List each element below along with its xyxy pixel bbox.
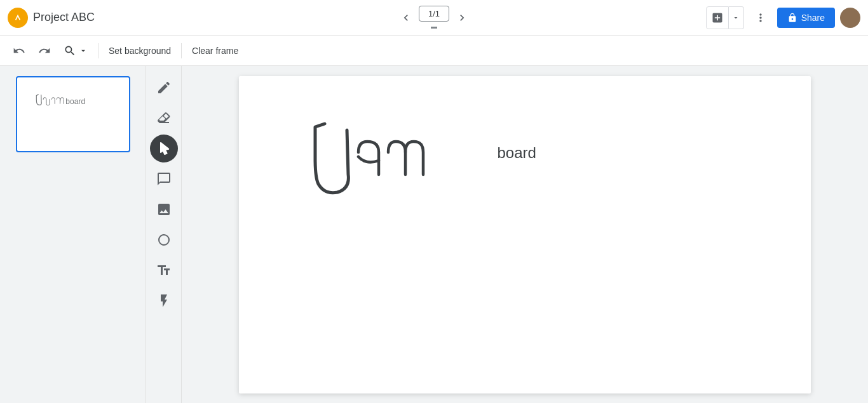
redo-button[interactable] — [33, 39, 56, 62]
canvas-area: board — [182, 66, 868, 403]
undo-button[interactable] — [8, 39, 31, 62]
laser-tool-button[interactable] — [150, 287, 178, 315]
image-tool-button[interactable] — [150, 195, 178, 223]
top-right-actions: Share — [706, 6, 860, 29]
whiteboard[interactable]: board — [239, 76, 811, 393]
sticky-note-tool-button[interactable] — [150, 165, 178, 193]
toolbar-divider-2 — [181, 43, 182, 58]
side-toolbar — [146, 66, 182, 403]
svg-text:board: board — [65, 97, 85, 106]
pen-tool-button[interactable] — [150, 74, 178, 102]
share-button[interactable]: Share — [777, 8, 835, 28]
textbox-tool-button[interactable] — [150, 256, 178, 284]
share-label: Share — [801, 13, 825, 23]
add-frame-group — [706, 6, 744, 29]
prev-frame-button[interactable] — [396, 8, 416, 28]
monitor-icon: ▬ — [431, 23, 437, 30]
zoom-group — [58, 42, 93, 60]
main-layout: board — [0, 66, 868, 403]
handwriting-svg — [290, 111, 493, 200]
toolbar-divider-1 — [98, 43, 98, 58]
left-panel: board — [0, 66, 146, 403]
next-frame-button[interactable] — [452, 8, 472, 28]
frame-nav: 1/1 ▬ — [396, 6, 472, 30]
frame-thumbnail-1[interactable]: board — [16, 76, 130, 152]
app-title: Project ABC — [33, 11, 701, 24]
zoom-button[interactable] — [58, 42, 93, 60]
user-avatar[interactable] — [840, 8, 860, 28]
top-bar: Project ABC 1/1 ▬ Share — [0, 0, 868, 36]
shape-tool-button[interactable] — [150, 226, 178, 254]
more-options-button[interactable] — [749, 6, 772, 29]
svg-point-2 — [159, 235, 169, 245]
jam-handwriting: board — [290, 111, 536, 200]
board-text: board — [497, 144, 536, 161]
clear-frame-button[interactable]: Clear frame — [187, 43, 243, 58]
add-frame-dropdown-button[interactable] — [729, 6, 744, 29]
svg-point-0 — [13, 12, 24, 23]
eraser-tool-button[interactable] — [150, 104, 178, 132]
add-frame-button[interactable] — [706, 6, 729, 29]
toolbar-bar: Set background Clear frame — [0, 36, 868, 66]
select-tool-button[interactable] — [150, 135, 178, 162]
page-indicator: 1/1 — [419, 6, 449, 22]
set-background-button[interactable]: Set background — [104, 43, 176, 58]
page-indicator-wrap: 1/1 ▬ — [419, 6, 449, 30]
app-logo — [8, 8, 28, 28]
